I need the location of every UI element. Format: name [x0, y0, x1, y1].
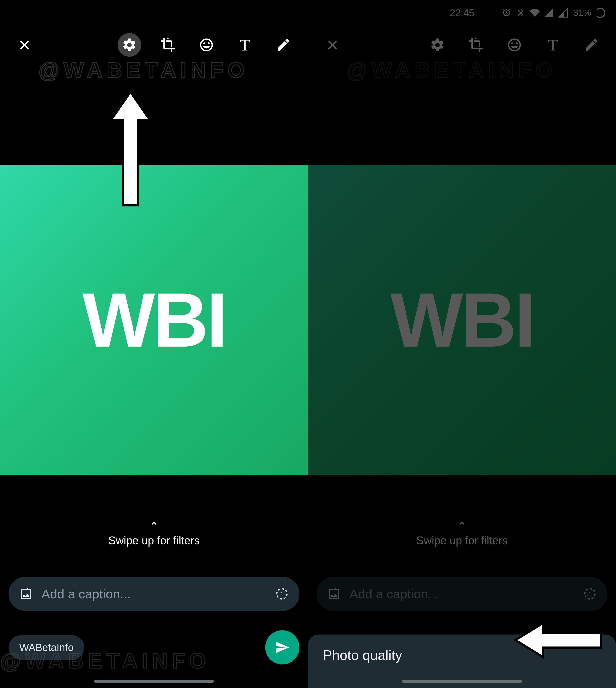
- image-canvas[interactable]: WBI: [0, 165, 308, 475]
- caption-placeholder: Add a caption...: [350, 587, 574, 601]
- status-battery: 31%: [573, 8, 591, 18]
- bluetooth-icon: [515, 8, 526, 18]
- chevron-up-icon: ⌃: [0, 521, 308, 532]
- filters-hint-label: Swipe up for filters: [308, 534, 616, 547]
- settings-button[interactable]: [426, 33, 449, 57]
- canvas-logo-text: WBI: [390, 276, 534, 364]
- filters-hint[interactable]: ⌃ Swipe up for filters: [0, 521, 308, 547]
- crop-rotate-button[interactable]: [464, 33, 488, 57]
- close-icon: [17, 37, 32, 52]
- pencil-icon: [276, 37, 291, 52]
- send-icon: [275, 640, 290, 655]
- emoji-icon: [507, 37, 522, 52]
- caption-row: Add a caption... 1: [8, 577, 300, 611]
- status-bar: 22:45 31%: [308, 0, 616, 26]
- filters-hint[interactable]: ⌃ Swipe up for filters: [308, 521, 616, 547]
- add-image-icon: [327, 587, 341, 601]
- status-icons: 31%: [501, 8, 605, 18]
- signal-icon: [544, 8, 554, 18]
- draw-button[interactable]: [580, 33, 603, 57]
- text-icon: T: [240, 36, 250, 54]
- draw-button[interactable]: [272, 33, 295, 57]
- text-button[interactable]: T: [541, 33, 565, 57]
- filters-hint-label: Swipe up for filters: [0, 534, 308, 547]
- navigation-handle[interactable]: [94, 680, 214, 683]
- gear-icon: [430, 37, 445, 52]
- emoji-button[interactable]: [195, 33, 218, 57]
- screenshot-right: 22:45 31% @WABETAINFO: [308, 0, 616, 688]
- status-bar: [0, 0, 308, 26]
- view-once-icon: 1: [275, 587, 289, 601]
- caption-placeholder: Add a caption...: [42, 587, 266, 601]
- caption-row: Add a caption... 1: [316, 577, 608, 611]
- crop-rotate-button[interactable]: [156, 33, 180, 57]
- crop-rotate-icon: [160, 37, 176, 52]
- canvas-logo-text: WBI: [82, 276, 226, 364]
- text-icon: T: [548, 36, 558, 54]
- editor-toolbar: T: [308, 26, 616, 64]
- recipient-chip[interactable]: WABetaInfo: [8, 635, 84, 660]
- caption-input[interactable]: Add a caption... 1: [8, 577, 300, 611]
- svg-text:1: 1: [280, 590, 284, 598]
- editor-toolbar: T: [0, 26, 308, 64]
- sheet-title: Photo quality: [323, 647, 601, 663]
- status-time: 22:45: [449, 7, 474, 19]
- close-icon: [325, 37, 340, 52]
- close-button[interactable]: [321, 33, 344, 57]
- send-button[interactable]: [265, 630, 300, 664]
- view-once-icon: 1: [583, 587, 597, 601]
- bottom-row: WABetaInfo: [8, 630, 300, 664]
- image-canvas[interactable]: WBI: [308, 165, 616, 475]
- emoji-button[interactable]: [503, 33, 526, 57]
- crop-rotate-icon: [468, 37, 484, 52]
- emoji-icon: [199, 37, 214, 52]
- chevron-up-icon: ⌃: [308, 521, 616, 532]
- signal-icon: [558, 8, 568, 18]
- navigation-handle[interactable]: [402, 680, 522, 683]
- pencil-icon: [584, 37, 599, 52]
- caption-input[interactable]: Add a caption... 1: [316, 577, 608, 611]
- alarm-icon: [501, 8, 512, 18]
- settings-button[interactable]: [118, 33, 141, 57]
- svg-text:1: 1: [588, 590, 592, 598]
- gear-icon: [122, 37, 137, 52]
- loading-spinner-icon: [595, 8, 605, 18]
- close-button[interactable]: [13, 33, 36, 57]
- screenshot-left: @WABETAINFO T: [0, 0, 308, 688]
- text-button[interactable]: T: [233, 33, 257, 57]
- add-image-icon: [19, 587, 33, 601]
- wifi-icon: [530, 8, 540, 18]
